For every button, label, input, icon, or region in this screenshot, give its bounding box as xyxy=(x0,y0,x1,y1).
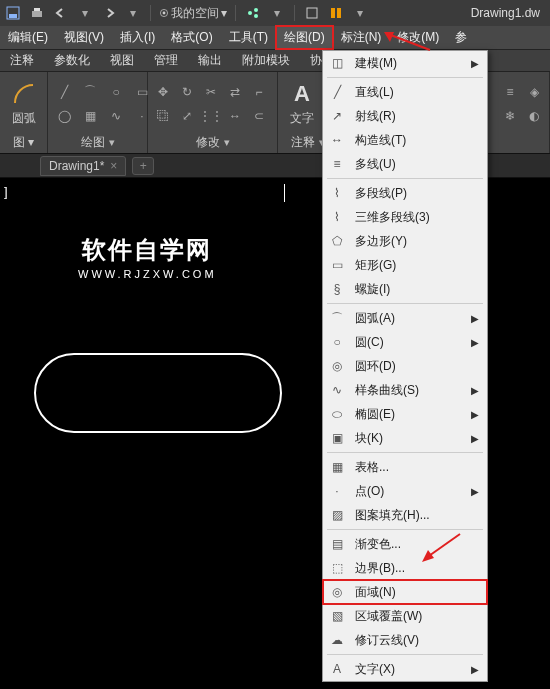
layout-icon[interactable] xyxy=(327,4,345,22)
svg-rect-1 xyxy=(9,14,17,18)
ribbon-tab[interactable]: 附加模块 xyxy=(232,50,300,71)
chevron-down-icon[interactable]: ▾ xyxy=(351,4,369,22)
submenu-arrow-icon: ▶ xyxy=(471,664,479,675)
menu-item-text[interactable]: A文字(X)▶ xyxy=(323,657,487,681)
chevron-down-icon[interactable]: ▾ xyxy=(124,4,142,22)
menu-item[interactable]: 编辑(E) xyxy=(0,26,56,49)
menu-item-revcloud[interactable]: ☁修订云线(V) xyxy=(323,628,487,652)
ribbon-tab[interactable]: 参数化 xyxy=(44,50,100,71)
text-button[interactable]: A 文字 xyxy=(282,78,322,129)
window-icon[interactable] xyxy=(303,4,321,22)
menu-item-hatch[interactable]: ▨图案填充(H)... xyxy=(323,503,487,527)
trim-icon[interactable]: ✂ xyxy=(200,81,222,103)
layer-off-icon[interactable]: ◐ xyxy=(523,105,545,127)
stretch-icon[interactable]: ↔ xyxy=(224,105,246,127)
submenu-arrow-icon: ▶ xyxy=(471,337,479,348)
menu-item-ray[interactable]: ↗射线(R) xyxy=(323,104,487,128)
move-icon[interactable]: ✥ xyxy=(152,81,174,103)
menu-item-rect[interactable]: ▭矩形(G) xyxy=(323,253,487,277)
menu-item-label: 多边形(Y) xyxy=(355,233,479,250)
menu-item-cube[interactable]: ◫建模(M)▶ xyxy=(323,51,487,75)
workspace-label: 我的空间 xyxy=(171,5,219,22)
svg-rect-3 xyxy=(34,8,40,11)
menu-item-donut[interactable]: ◎圆环(D) xyxy=(323,354,487,378)
rotate-icon[interactable]: ↻ xyxy=(176,81,198,103)
spline-icon[interactable]: ∿ xyxy=(104,105,128,127)
menu-item-polygon[interactable]: ⬠多边形(Y) xyxy=(323,229,487,253)
hatch-icon[interactable]: ▦ xyxy=(78,105,102,127)
quick-access-toolbar: ▾ ▾ 我的空间 ▾ ▾ ▾ xyxy=(4,4,369,22)
array-icon[interactable]: ⋮⋮ xyxy=(200,105,222,127)
menu-item-spline[interactable]: ∿样条曲线(S)▶ xyxy=(323,378,487,402)
gear-icon xyxy=(159,8,169,18)
menu-item[interactable]: 视图(V) xyxy=(56,26,112,49)
menu-item-line[interactable]: ╱直线(L) xyxy=(323,80,487,104)
menu-item-gradient[interactable]: ▤渐变色... xyxy=(323,532,487,556)
layer-state-icon[interactable]: ◈ xyxy=(523,81,545,103)
ribbon-tab[interactable]: 输出 xyxy=(188,50,232,71)
layer-freeze-icon[interactable]: ❄ xyxy=(499,105,521,127)
new-tab-button[interactable]: + xyxy=(132,157,154,175)
mirror-icon[interactable]: ⇄ xyxy=(224,81,246,103)
chevron-down-icon[interactable]: ▾ xyxy=(76,4,94,22)
menu-item[interactable]: 工具(T) xyxy=(221,26,276,49)
menu-item-arc[interactable]: ⌒圆弧(A)▶ xyxy=(323,306,487,330)
watermark: 软件自学网 WWW.RJZXW.COM xyxy=(78,234,217,280)
ribbon-tab[interactable]: 管理 xyxy=(144,50,188,71)
ribbon-tab[interactable]: 注释 xyxy=(0,50,44,71)
layer-tool-grid: ≡ ◈ ❄ ◐ xyxy=(499,81,545,127)
circle-icon[interactable]: ○ xyxy=(104,81,128,103)
mline-icon: ≡ xyxy=(327,154,347,174)
line-icon[interactable]: ╱ xyxy=(52,81,76,103)
menu-item-boundary[interactable]: ⬚边界(B)... xyxy=(323,556,487,580)
gradient-icon: ▤ xyxy=(327,534,347,554)
offset-icon[interactable]: ⊂ xyxy=(248,105,270,127)
menu-item-mline[interactable]: ≡多线(U) xyxy=(323,152,487,176)
layer-icon[interactable]: ≡ xyxy=(499,81,521,103)
xline-icon: ↔ xyxy=(327,130,347,150)
copy-icon[interactable]: ⿻ xyxy=(152,105,174,127)
menu-item-ellipse[interactable]: ⬭椭圆(E)▶ xyxy=(323,402,487,426)
menu-item-pline3d[interactable]: ⌇三维多段线(3) xyxy=(323,205,487,229)
save-icon[interactable] xyxy=(4,4,22,22)
menu-item[interactable]: 修改(M) xyxy=(389,26,447,49)
menu-item[interactable]: 插入(I) xyxy=(112,26,163,49)
arc-button[interactable]: 圆弧 xyxy=(4,78,44,129)
panel-draw-tools: ╱ ⌒ ○ ▭ ◯ ▦ ∿ · 绘图 ▾ xyxy=(48,72,148,153)
ellipse-icon[interactable]: ◯ xyxy=(52,105,76,127)
svg-point-6 xyxy=(248,11,252,15)
undo-icon[interactable] xyxy=(52,4,70,22)
menu-item-table[interactable]: ▦表格... xyxy=(323,455,487,479)
menu-item[interactable]: 参 xyxy=(447,26,475,49)
menu-item-xline[interactable]: ↔构造线(T) xyxy=(323,128,487,152)
fillet-icon[interactable]: ⌐ xyxy=(248,81,270,103)
chevron-down-icon[interactable]: ▾ xyxy=(268,4,286,22)
pline-icon[interactable]: ⌒ xyxy=(78,81,102,103)
workspace-selector[interactable]: 我的空间 ▾ xyxy=(159,5,227,22)
print-icon[interactable] xyxy=(28,4,46,22)
menu-item[interactable]: 格式(O) xyxy=(163,26,220,49)
menu-item[interactable]: 绘图(D) xyxy=(276,26,333,49)
svg-rect-10 xyxy=(331,8,335,18)
share-icon[interactable] xyxy=(244,4,262,22)
redo-icon[interactable] xyxy=(100,4,118,22)
menu-item-label: 图案填充(H)... xyxy=(355,507,479,524)
menu-item-helix[interactable]: §螺旋(I) xyxy=(323,277,487,301)
menu-item-wipeout[interactable]: ▧区域覆盖(W) xyxy=(323,604,487,628)
menu-item-label: 修订云线(V) xyxy=(355,632,479,649)
menu-item-region[interactable]: ◎面域(N) xyxy=(323,580,487,604)
ribbon-tab[interactable]: 视图 xyxy=(100,50,144,71)
scale-icon[interactable]: ⤢ xyxy=(176,105,198,127)
close-icon[interactable]: × xyxy=(110,159,117,173)
submenu-arrow-icon: ▶ xyxy=(471,486,479,497)
svg-point-5 xyxy=(163,12,166,15)
menu-item-circle[interactable]: ○圆(C)▶ xyxy=(323,330,487,354)
menu-item-point[interactable]: ·点(O)▶ xyxy=(323,479,487,503)
menu-item[interactable]: 标注(N) xyxy=(333,26,390,49)
text-icon: A xyxy=(288,80,316,108)
menu-item-label: 块(K) xyxy=(355,430,463,447)
menu-item-pline[interactable]: ⌇多段线(P) xyxy=(323,181,487,205)
svg-rect-2 xyxy=(32,11,42,17)
document-tab[interactable]: Drawing1* × xyxy=(40,156,126,176)
menu-item-block[interactable]: ▣块(K)▶ xyxy=(323,426,487,450)
